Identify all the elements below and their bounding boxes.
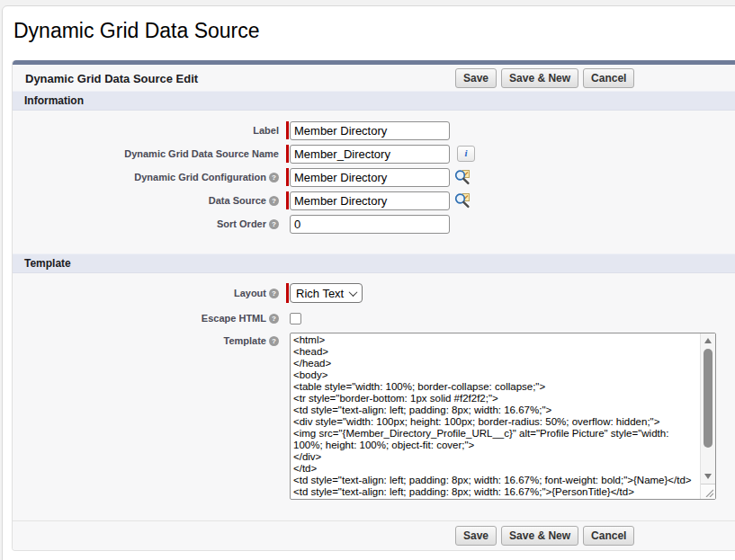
required-indicator (286, 283, 289, 303)
help-icon[interactable]: ? (269, 289, 279, 298)
field-row-api-name: Dynamic Grid Data Source Name i (13, 142, 735, 165)
help-icon[interactable]: ? (269, 173, 279, 182)
layout-select[interactable]: Rich Text (290, 283, 363, 303)
header-button-group: Save Save & New Cancel (455, 68, 634, 88)
required-indicator (286, 168, 289, 186)
bottom-button-group: Save Save & New Cancel (455, 526, 634, 546)
field-row-layout: Layout ? Rich Text (13, 281, 735, 305)
layout-select-value: Rich Text (296, 287, 344, 300)
textarea-scrollbar[interactable] (700, 333, 715, 499)
information-section-body: Label Dynamic Grid Data Source Name i Dy… (13, 111, 735, 236)
field-row-configuration: Dynamic Grid Configuration ? (13, 165, 735, 189)
save-button-bottom[interactable]: Save (455, 526, 497, 546)
required-indicator (286, 191, 289, 209)
api-name-input[interactable] (290, 145, 450, 164)
section-gap (13, 236, 735, 253)
field-row-template: Template ? <html> <head> </head> <body> … (13, 333, 735, 500)
sort-order-input[interactable] (290, 215, 450, 234)
data-source-lookup-button[interactable] (454, 192, 471, 209)
field-row-escape-html: Escape HTML ? (13, 308, 735, 328)
sort-order-label-text: Sort Order (217, 218, 266, 229)
layout-label-text: Layout (234, 288, 266, 298)
field-row-data-source: Data Source ? (13, 189, 735, 212)
configuration-lookup-button[interactable] (454, 169, 471, 185)
field-row-label: Label (13, 119, 735, 142)
help-icon[interactable]: ? (269, 336, 279, 346)
label-field-label: Label (13, 125, 286, 136)
bottom-button-bar: Save Save & New Cancel (13, 520, 735, 550)
scroll-down-arrow-icon[interactable] (701, 470, 715, 483)
data-source-input[interactable] (290, 191, 450, 210)
scrollbar-thumb[interactable] (704, 349, 713, 448)
panel-header-title: Dynamic Grid Data Source Edit (25, 72, 198, 85)
layout-field-label: Layout ? (13, 288, 286, 298)
section-header-template: Template (13, 253, 735, 273)
cancel-button[interactable]: Cancel (583, 68, 634, 88)
escape-html-checkbox[interactable] (290, 313, 301, 324)
resize-grip-icon[interactable] (701, 484, 715, 499)
configuration-label-text: Dynamic Grid Configuration (134, 172, 266, 182)
configuration-field-label: Dynamic Grid Configuration ? (13, 172, 286, 182)
data-source-field-label: Data Source ? (13, 195, 286, 206)
template-textarea[interactable]: <html> <head> </head> <body> <table styl… (290, 333, 716, 500)
cancel-button-bottom[interactable]: Cancel (583, 526, 634, 546)
chevron-down-icon (349, 288, 358, 297)
info-icon[interactable]: i (457, 146, 475, 162)
escape-html-label-text: Escape HTML (202, 313, 266, 324)
section-header-information: Information (13, 91, 735, 111)
help-icon[interactable]: ? (269, 219, 279, 229)
required-indicator (286, 145, 289, 163)
panel-header: Dynamic Grid Data Source Edit Save Save … (13, 65, 735, 91)
field-row-sort-order: Sort Order ? (13, 212, 735, 236)
template-label-text: Template (224, 335, 266, 346)
magnifier-lookup-icon (454, 192, 471, 209)
edit-panel: Dynamic Grid Data Source Edit Save Save … (12, 60, 735, 551)
sort-order-field-label: Sort Order ? (13, 218, 286, 229)
required-indicator (286, 121, 289, 139)
page-title: Dynamic Grid Data Source (13, 19, 735, 43)
api-name-field-label: Dynamic Grid Data Source Name (13, 148, 286, 159)
magnifier-lookup-icon (454, 169, 471, 185)
template-code-text[interactable]: <html> <head> </head> <body> <table styl… (291, 333, 701, 499)
template-field-label: Template ? (13, 333, 286, 346)
template-section-body: Layout ? Rich Text Escape HTML ? (13, 273, 735, 500)
save-and-new-button[interactable]: Save & New (501, 68, 578, 88)
scroll-up-arrow-icon[interactable] (701, 334, 715, 347)
spacer (286, 215, 289, 233)
help-icon[interactable]: ? (269, 314, 279, 324)
configuration-input[interactable] (290, 168, 450, 187)
save-and-new-button-bottom[interactable]: Save & New (501, 526, 578, 546)
save-button[interactable]: Save (455, 68, 497, 88)
escape-html-field-label: Escape HTML ? (13, 313, 286, 324)
page-card: Dynamic Grid Data Source Dynamic Grid Da… (2, 5, 735, 560)
label-input[interactable] (290, 121, 450, 140)
help-icon[interactable]: ? (269, 196, 279, 206)
data-source-label-text: Data Source (209, 195, 266, 206)
